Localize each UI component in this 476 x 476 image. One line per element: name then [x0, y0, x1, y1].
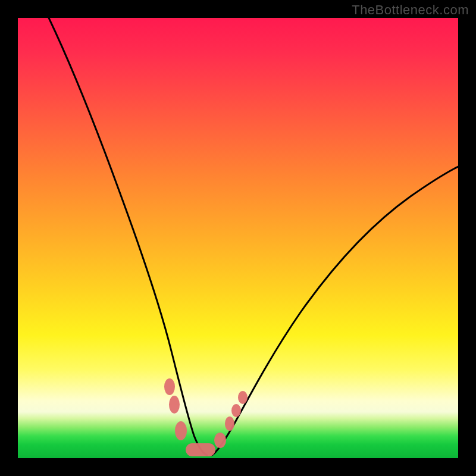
- trough-blob: [225, 416, 234, 431]
- trough-blob: [175, 421, 187, 440]
- trough-blob-group: [164, 378, 248, 456]
- watermark-text: TheBottleneck.com: [352, 2, 469, 18]
- trough-blob: [231, 404, 241, 417]
- trough-blob: [214, 433, 226, 448]
- trough-blob: [164, 378, 175, 395]
- chart-frame: TheBottleneck.com: [0, 0, 476, 476]
- trough-blob: [186, 443, 215, 456]
- trough-blob: [238, 391, 248, 404]
- plot-area: [18, 18, 458, 458]
- trough-blob: [169, 396, 180, 414]
- trough-markers-layer: [18, 18, 458, 458]
